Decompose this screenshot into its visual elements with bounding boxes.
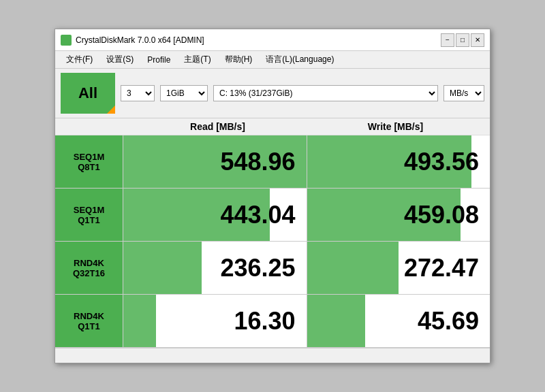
row-read-3: 16.30 (123, 295, 307, 347)
table-row: SEQ1M Q8T1 548.96 493.56 (55, 135, 490, 189)
header-read: Read [MB/s] (129, 121, 307, 132)
menu-theme[interactable]: 主题(T) (178, 52, 216, 67)
window-title: CrystalDiskMark 7.0.0 x64 [ADMIN] (76, 35, 204, 45)
write-bar-3 (307, 295, 366, 347)
write-bar-2 (307, 242, 399, 294)
all-button[interactable]: All (61, 73, 115, 114)
menu-profile[interactable]: Profile (142, 54, 176, 66)
row-write-1: 459.08 (307, 189, 490, 241)
menu-help[interactable]: 帮助(H) (219, 52, 258, 67)
row-label-2: RND4K Q32T16 (55, 242, 123, 294)
table-row: RND4K Q1T1 16.30 45.69 (55, 295, 490, 348)
table-row: RND4K Q32T16 236.25 272.47 (55, 242, 490, 295)
close-button[interactable]: ✕ (471, 33, 484, 47)
header-write: Write [MB/s] (307, 121, 484, 132)
row-write-0: 493.56 (307, 135, 490, 188)
row-label-1: SEQ1M Q1T1 (55, 189, 123, 241)
row-label-0: SEQ1M Q8T1 (55, 135, 123, 188)
row-read-0: 548.96 (123, 135, 307, 188)
read-value-1: 443.04 (220, 201, 295, 229)
minimize-button[interactable]: − (441, 33, 454, 47)
menu-bar: 文件(F) 设置(S) Profile 主题(T) 帮助(H) 语言(L)(La… (55, 51, 490, 69)
main-content: SEQ1M Q8T1 548.96 493.56 SEQ1M Q1T1 443.… (55, 135, 490, 348)
main-window: CrystalDiskMark 7.0.0 x64 [ADMIN] − □ ✕ … (54, 29, 490, 363)
title-bar: CrystalDiskMark 7.0.0 x64 [ADMIN] − □ ✕ (55, 29, 490, 51)
title-bar-buttons: − □ ✕ (441, 33, 484, 47)
title-bar-left: CrystalDiskMark 7.0.0 x64 [ADMIN] (61, 35, 204, 46)
size-dropdown[interactable]: 1GiB 16MiB 64MiB 256MiB 512MiB 2GiB 4GiB… (160, 85, 208, 101)
menu-settings[interactable]: 设置(S) (101, 52, 139, 67)
read-value-3: 16.30 (234, 307, 295, 336)
row-label-3: RND4K Q1T1 (55, 295, 123, 347)
menu-file[interactable]: 文件(F) (61, 52, 98, 67)
toolbar: All 3 1 5 9 1GiB 16MiB 64MiB 256MiB 512M… (55, 69, 490, 118)
maximize-button[interactable]: □ (456, 33, 469, 47)
row-read-2: 236.25 (123, 242, 307, 294)
drive-dropdown[interactable]: C: 13% (31/237GiB) (213, 85, 438, 101)
read-bar-3 (123, 295, 156, 347)
row-write-3: 45.69 (307, 295, 490, 347)
write-value-0: 493.56 (404, 148, 479, 176)
read-bar-2 (123, 242, 202, 294)
write-value-3: 45.69 (418, 307, 479, 336)
table-row: SEQ1M Q1T1 443.04 459.08 (55, 189, 490, 242)
write-value-2: 272.47 (404, 254, 479, 282)
read-value-0: 548.96 (220, 148, 295, 176)
unit-dropdown[interactable]: MB/s GB/s IOPS μs (443, 85, 484, 101)
read-value-2: 236.25 (220, 254, 295, 282)
row-write-2: 272.47 (307, 242, 490, 294)
header-row: Read [MB/s] Write [MB/s] (55, 118, 490, 135)
menu-language[interactable]: 语言(L)(Language) (260, 52, 339, 67)
write-value-1: 459.08 (404, 201, 479, 229)
count-dropdown[interactable]: 3 1 5 9 (121, 85, 155, 101)
app-icon (61, 35, 72, 46)
row-read-1: 443.04 (123, 189, 307, 241)
bottom-bar (55, 348, 490, 363)
